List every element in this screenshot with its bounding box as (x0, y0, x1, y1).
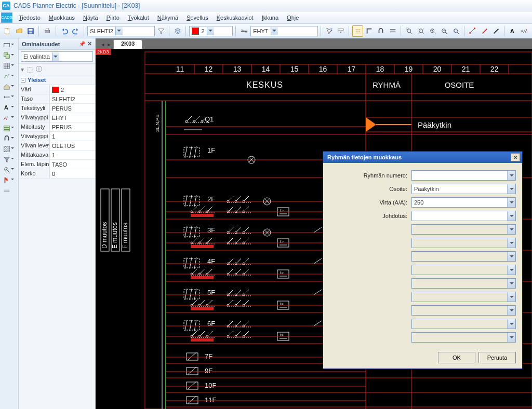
field-extra-7[interactable] (411, 305, 516, 316)
prop-row[interactable]: Väri2 (19, 85, 95, 94)
tab-next-icon[interactable]: ► (106, 40, 112, 49)
palette-flag-icon[interactable] (2, 175, 17, 185)
dialog-close-icon[interactable]: ✕ (511, 153, 520, 161)
color-combo[interactable]: 2 (189, 26, 233, 36)
lines-icon[interactable] (388, 25, 398, 37)
app-menu-icon[interactable]: CADS (1, 12, 12, 23)
ok-button[interactable]: OK (438, 352, 475, 363)
print-icon[interactable] (42, 25, 52, 37)
zoom-out-icon[interactable] (439, 25, 449, 37)
prop-row[interactable]: Korko0 (19, 169, 95, 179)
help-pointer-icon[interactable]: ? (324, 25, 335, 37)
menu-tiedosto[interactable]: Tiedosto (15, 13, 45, 22)
grid-icon[interactable] (352, 25, 363, 37)
zoom-prev-icon[interactable] (451, 25, 461, 37)
layers-icon[interactable] (172, 25, 183, 37)
svg-text:I>: I> (280, 333, 284, 337)
field-extra-5[interactable] (411, 278, 516, 289)
zoom-extents-icon[interactable] (416, 25, 426, 37)
menu-ohje[interactable]: Ohje (283, 13, 303, 22)
palette-home-icon[interactable] (2, 82, 17, 91)
palette-grid-icon[interactable] (2, 61, 17, 71)
palette-collapse-icon[interactable] (2, 189, 17, 193)
prop-row[interactable]: Viivatyyppi1 (19, 132, 95, 141)
palette-text-icon[interactable]: A (2, 103, 17, 112)
prop-row[interactable]: Viivan leveysOLETUS (19, 141, 95, 151)
field-osoite[interactable]: Pääkytkin (411, 184, 516, 194)
field-johdotus[interactable] (411, 211, 516, 221)
svg-text:I>: I> (280, 239, 284, 244)
palette-magnet-icon[interactable] (2, 134, 17, 143)
palette-filter-icon[interactable] (2, 155, 17, 164)
cancel-button[interactable]: Peruuta (478, 352, 516, 363)
zoom-window-icon[interactable] (404, 25, 415, 37)
field-numero[interactable] (411, 170, 516, 181)
menu-sovellus[interactable]: Sovellus (182, 13, 212, 22)
palette-inspect-icon[interactable] (2, 165, 17, 174)
field-extra-2[interactable] (411, 238, 516, 248)
text-Asup-icon[interactable]: ᵃA (519, 25, 529, 37)
svg-rect-5 (46, 28, 49, 30)
palette-rect-icon[interactable] (2, 40, 17, 50)
tab-2k03[interactable]: 2K03 (113, 39, 142, 49)
new-icon[interactable] (2, 25, 12, 37)
svg-line-212 (314, 258, 322, 264)
field-extra-1[interactable] (411, 224, 516, 235)
menu-muokkaus[interactable]: Muokkaus (45, 13, 79, 22)
svg-text:15: 15 (290, 65, 299, 73)
menu-ikkuna[interactable]: Ikkuna (258, 13, 283, 22)
redo-icon[interactable] (71, 25, 81, 37)
svg-text:5F: 5F (207, 289, 215, 296)
slash-black-icon[interactable] (491, 25, 501, 37)
pin-icon[interactable]: 📌 (79, 41, 85, 47)
open-icon[interactable] (14, 25, 24, 37)
prop-row[interactable]: TekstityyliPERUS (19, 104, 95, 113)
dialog-titlebar[interactable]: Ryhmän tietojen muokkaus ✕ (323, 152, 522, 163)
field-extra-4[interactable] (411, 265, 516, 275)
prop-row[interactable]: ViivatyyppiEHYT (19, 113, 95, 122)
menu-piirto[interactable]: Piirto (102, 13, 124, 22)
palette-textred-icon[interactable]: Ax (2, 113, 17, 122)
palette-copy-icon[interactable] (2, 51, 17, 60)
menu-näkymä[interactable]: Näkymä (153, 13, 182, 22)
field-extra-9[interactable] (411, 332, 516, 343)
selection-combo[interactable]: Ei valintaa (21, 51, 93, 62)
svg-text:?: ? (330, 28, 332, 31)
palette-hatch-icon[interactable] (2, 144, 17, 154)
linetype-icon[interactable] (239, 25, 249, 37)
field-extra-8[interactable] (411, 319, 516, 329)
field-extra-3[interactable] (411, 251, 516, 262)
prop-row[interactable]: TasoSLEHTI2 (19, 94, 95, 104)
field-virta[interactable]: 250 (411, 197, 516, 208)
menu-työkalut[interactable]: Työkalut (124, 13, 153, 22)
group-yleiset[interactable]: –Yleiset (19, 75, 95, 85)
close-panel-icon[interactable]: ✕ (87, 40, 92, 47)
prop-row[interactable]: Elem. läpinTASO (19, 160, 95, 169)
layer-filter-icon[interactable] (156, 25, 166, 37)
info-icon[interactable]: ⓘ (36, 65, 42, 74)
dropdown-icon[interactable] (336, 25, 346, 37)
snap-icon[interactable] (376, 25, 386, 37)
menu-keskuskaaviot[interactable]: Keskuskaaviot (212, 13, 258, 22)
filter-icon[interactable]: ▾ (21, 66, 24, 73)
save-icon[interactable] (25, 25, 36, 37)
svg-line-297 (188, 396, 196, 403)
palette-stack-icon[interactable] (2, 124, 17, 133)
text-A-icon[interactable]: A (508, 25, 518, 37)
layer-combo[interactable]: SLEHTI2 (87, 26, 155, 36)
menu-näytä[interactable]: Näytä (79, 13, 102, 22)
undo-icon[interactable] (59, 25, 69, 37)
zoom-in-icon[interactable] (428, 25, 438, 37)
tab-prev-icon[interactable]: ◄ (100, 40, 106, 49)
palette-poly-icon[interactable] (2, 72, 17, 81)
select-icon[interactable]: ⬚ (27, 66, 33, 73)
linetype-combo[interactable]: EHYT (250, 26, 318, 36)
palette-dim-icon[interactable] (2, 92, 17, 102)
ortho-icon[interactable] (364, 25, 375, 37)
slash-red-icon[interactable] (479, 25, 489, 37)
svg-line-184 (190, 257, 192, 269)
measure-icon[interactable] (468, 25, 478, 37)
field-extra-6[interactable] (411, 292, 516, 302)
prop-row[interactable]: Mittakaava1 (19, 151, 95, 160)
prop-row[interactable]: MitoitustyPERUS (19, 122, 95, 132)
